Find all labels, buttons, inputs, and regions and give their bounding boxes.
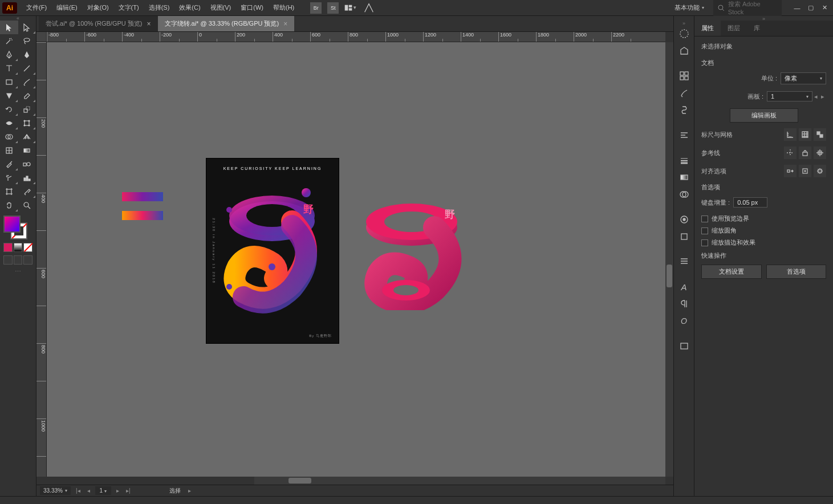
artboard-sel-prev[interactable]: ◂ bbox=[812, 93, 819, 100]
rectangle-tool[interactable] bbox=[0, 75, 18, 89]
free-transform-tool[interactable] bbox=[18, 116, 36, 130]
menu-help[interactable]: 帮助(H) bbox=[269, 1, 299, 14]
tab-libraries[interactable]: 库 bbox=[747, 21, 767, 36]
draw-behind[interactable] bbox=[14, 255, 23, 265]
graphic-styles-panel-icon[interactable] bbox=[675, 228, 693, 245]
rotate-tool[interactable] bbox=[0, 103, 18, 116]
gradient-tool[interactable] bbox=[18, 144, 36, 157]
scrollbar-vertical[interactable] bbox=[665, 42, 673, 477]
draw-inside[interactable] bbox=[23, 255, 32, 265]
artboard-last[interactable]: ▸| bbox=[124, 487, 132, 494]
gradient-swatch-1[interactable] bbox=[122, 192, 163, 201]
slice-tool[interactable] bbox=[18, 185, 36, 198]
canvas[interactable]: KEEP CURIOSITY KEEP LEARNING 21:30 in Ja… bbox=[47, 42, 665, 477]
pen-tool[interactable] bbox=[0, 48, 18, 62]
snap-grid-icon[interactable] bbox=[814, 165, 826, 177]
paintbrush-tool[interactable] bbox=[18, 75, 36, 89]
artboard-sel-next[interactable]: ▸ bbox=[819, 93, 826, 100]
opentype-panel-icon[interactable]: O bbox=[675, 312, 693, 330]
type-tool[interactable] bbox=[0, 62, 18, 75]
transparency-panel-icon[interactable] bbox=[675, 186, 693, 203]
stock-icon[interactable]: St bbox=[327, 2, 339, 14]
guides-show-icon[interactable] bbox=[784, 147, 797, 159]
lasso-tool[interactable] bbox=[18, 34, 36, 48]
checkbox-preview-bounds[interactable]: 使用预览边界 bbox=[701, 214, 826, 223]
brushes-panel-icon[interactable] bbox=[675, 84, 693, 101]
gradient-panel-icon[interactable] bbox=[675, 169, 693, 186]
scrollbar-horizontal[interactable] bbox=[254, 477, 665, 485]
color-mode-gradient[interactable] bbox=[14, 243, 23, 252]
edit-artboards-button[interactable]: 编辑画板 bbox=[730, 108, 798, 123]
menu-file[interactable]: 文件(F) bbox=[22, 1, 51, 14]
blend-tool[interactable] bbox=[18, 157, 36, 171]
menu-edit[interactable]: 编辑(E) bbox=[52, 1, 82, 14]
units-select[interactable]: 像素▾ bbox=[781, 72, 826, 84]
column-graph-tool[interactable] bbox=[18, 171, 36, 185]
artboard-first[interactable]: |◂ bbox=[74, 487, 82, 494]
artboard-number[interactable]: 1 ▾ bbox=[95, 486, 111, 495]
scale-tool[interactable] bbox=[18, 103, 36, 116]
doc-tab-1[interactable]: 尝试.ai* @ 100% (RGB/GPU 预览)× bbox=[39, 16, 158, 31]
direct-selection-tool[interactable] bbox=[18, 21, 36, 34]
mesh-tool[interactable] bbox=[0, 144, 18, 157]
width-tool[interactable] bbox=[0, 116, 18, 130]
paragraph-format-icon[interactable] bbox=[675, 295, 693, 312]
color-mode-solid[interactable] bbox=[3, 243, 13, 252]
menu-select[interactable]: 选择(S) bbox=[144, 1, 174, 14]
curvature-tool[interactable] bbox=[18, 48, 36, 62]
screen-mode[interactable]: ⋯ bbox=[3, 268, 32, 275]
paragraph-panel-icon[interactable] bbox=[675, 253, 693, 270]
smart-guides-icon[interactable] bbox=[814, 147, 826, 159]
search-stock[interactable]: 搜索 Adobe Stock bbox=[713, 0, 782, 17]
tab-layers[interactable]: 图层 bbox=[721, 21, 747, 36]
transparency-grid-icon[interactable] bbox=[814, 128, 826, 141]
menu-window[interactable]: 窗口(W) bbox=[236, 1, 268, 14]
magic-wand-tool[interactable] bbox=[0, 34, 18, 48]
symbols-panel-icon[interactable] bbox=[675, 101, 693, 119]
doc-tab-2-close[interactable]: × bbox=[283, 20, 287, 28]
tool-collapse-handle[interactable] bbox=[0, 16, 36, 21]
grid-toggle-icon[interactable] bbox=[799, 128, 811, 141]
arrange-documents-icon[interactable]: ▼ bbox=[344, 3, 357, 13]
artboard-poster[interactable]: KEEP CURIOSITY KEEP LEARNING 21:30 in Ja… bbox=[206, 158, 339, 343]
key-increment-field[interactable]: 0.05 px bbox=[733, 197, 767, 208]
document-setup-button[interactable]: 文档设置 bbox=[701, 265, 762, 279]
fill-swatch[interactable] bbox=[3, 216, 21, 233]
selection-tool[interactable] bbox=[0, 21, 18, 34]
ruler-origin[interactable] bbox=[36, 32, 47, 42]
color-panel-icon[interactable] bbox=[675, 25, 693, 42]
checkbox-scale-strokes[interactable]: 缩放描边和效果 bbox=[701, 238, 826, 247]
hand-tool[interactable] bbox=[0, 198, 18, 212]
gpu-rocket-icon[interactable] bbox=[363, 3, 375, 13]
character-panel-icon[interactable]: A bbox=[675, 278, 693, 295]
menu-object[interactable]: 对象(O) bbox=[83, 1, 113, 14]
menu-effect[interactable]: 效果(C) bbox=[174, 1, 205, 14]
scrollbar-h-thumb[interactable] bbox=[288, 478, 311, 483]
artboard-select[interactable]: 1▾ bbox=[767, 91, 812, 101]
draw-normal[interactable] bbox=[3, 255, 13, 265]
line-tool[interactable] bbox=[18, 62, 36, 75]
asset-export-panel-icon[interactable] bbox=[675, 338, 693, 355]
ruler-toggle-icon[interactable] bbox=[784, 128, 797, 141]
ruler-vertical[interactable]: 2004006008001000120014001600 bbox=[36, 42, 47, 477]
perspective-grid-tool[interactable] bbox=[18, 130, 36, 144]
align-panel-icon[interactable] bbox=[675, 127, 693, 144]
menu-view[interactable]: 视图(V) bbox=[206, 1, 236, 14]
bridge-icon[interactable]: Br bbox=[310, 2, 322, 14]
preferences-button[interactable]: 首选项 bbox=[766, 265, 827, 279]
menu-type[interactable]: 文字(T) bbox=[114, 1, 144, 14]
snap-pixel-icon[interactable] bbox=[784, 165, 797, 177]
ruler-horizontal[interactable]: -800-600-400-200020040060080010001200140… bbox=[47, 32, 665, 42]
eraser-tool[interactable] bbox=[18, 89, 36, 103]
workspace-selector[interactable]: 基本功能▾ bbox=[670, 2, 709, 13]
mid-expand-handle[interactable]: » bbox=[674, 21, 694, 25]
color-guide-panel-icon[interactable] bbox=[675, 42, 693, 59]
fill-stroke-swatches[interactable] bbox=[3, 216, 27, 239]
guides-lock-icon[interactable] bbox=[799, 147, 811, 159]
stroke-panel-icon[interactable] bbox=[675, 152, 693, 169]
symbol-sprayer-tool[interactable] bbox=[0, 171, 18, 185]
swatches-panel-icon[interactable] bbox=[675, 67, 693, 84]
snap-point-icon[interactable] bbox=[799, 165, 811, 177]
checkbox-scale-corners[interactable]: 缩放圆角 bbox=[701, 226, 826, 235]
color-mode-none[interactable] bbox=[23, 243, 32, 252]
